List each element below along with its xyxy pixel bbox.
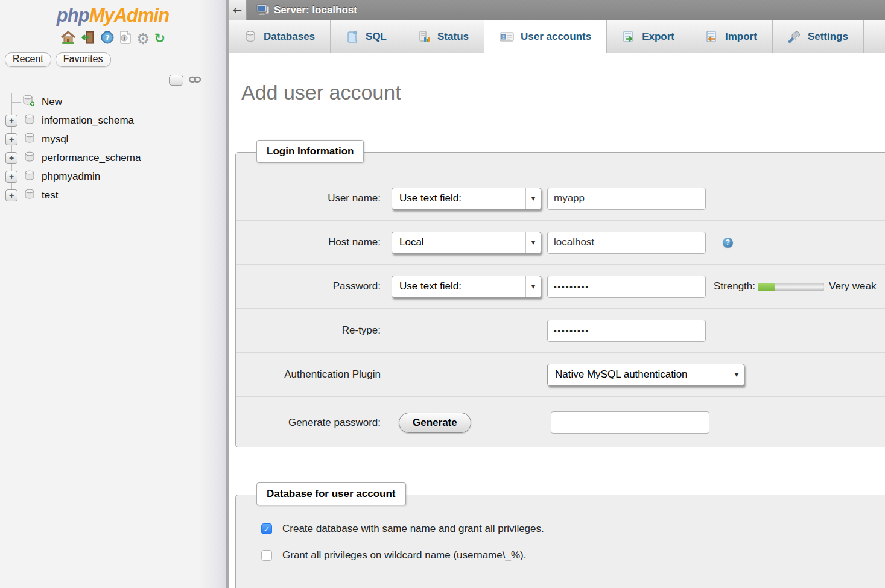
- select-value: Use text field:: [392, 280, 525, 292]
- tab-label: Settings: [808, 31, 848, 43]
- tab-label: Export: [642, 31, 674, 43]
- svg-text:?: ?: [105, 33, 110, 42]
- retype-password-input[interactable]: [547, 320, 706, 342]
- tab-settings[interactable]: Settings: [773, 20, 864, 53]
- retype-row: Re-type:: [236, 309, 885, 353]
- tab-databases[interactable]: Databases: [229, 20, 331, 53]
- tree-item-label[interactable]: performance_schema: [42, 152, 141, 164]
- database-icon: [24, 151, 36, 165]
- database-fieldset-legend: Database for user account: [256, 482, 406, 505]
- sidebar-toolbar: ? i ⚙ ↻: [0, 30, 226, 47]
- logo-php: php: [57, 5, 89, 26]
- username-type-select[interactable]: Use text field: ▼: [392, 188, 541, 210]
- tab-label: Databases: [264, 31, 315, 43]
- tab-export[interactable]: Export: [607, 20, 690, 53]
- import-icon: [705, 30, 718, 43]
- sidebar: phpMyAdmin ? i ⚙ ↻ Recent Favorites −: [0, 0, 226, 588]
- wildcard-grant-label[interactable]: Grant all privileges on wildcard name (u…: [282, 549, 526, 561]
- server-breadcrumb-label: Server: localhost: [274, 4, 357, 16]
- wildcard-grant-row: Grant all privileges on wildcard name (u…: [261, 549, 885, 561]
- select-value: Native MySQL authentication: [548, 368, 729, 381]
- retype-label: Re-type:: [236, 324, 387, 337]
- tab-sql[interactable]: SQL: [331, 20, 402, 53]
- tree-controls: −: [0, 74, 226, 86]
- auth-plugin-select[interactable]: Native MySQL authentication ▼: [547, 364, 744, 386]
- tab-bar: Databases SQL Status User accounts Expor…: [229, 20, 885, 53]
- generate-button[interactable]: Generate: [399, 413, 471, 433]
- settings-icon[interactable]: ⚙: [136, 31, 150, 46]
- collapse-all-button[interactable]: −: [169, 75, 183, 86]
- sidebar-nav-buttons: Recent Favorites: [5, 52, 226, 67]
- create-db-checkbox[interactable]: [261, 523, 272, 534]
- username-label: User name:: [236, 192, 387, 204]
- database-icon: [24, 170, 36, 183]
- sql-icon: [346, 30, 359, 43]
- create-db-row: Create database with same name and grant…: [261, 523, 885, 535]
- export-icon: [622, 30, 635, 43]
- select-value: Local: [392, 236, 525, 248]
- login-fieldset-legend: Login Information: [256, 140, 364, 163]
- tab-import[interactable]: Import: [690, 20, 773, 53]
- docs-icon[interactable]: i: [119, 30, 132, 47]
- phpmyadmin-logo: phpMyAdmin: [0, 5, 226, 27]
- password-input[interactable]: [547, 276, 706, 298]
- wildcard-grant-checkbox[interactable]: [261, 550, 272, 561]
- server-icon: [256, 4, 270, 16]
- chevron-down-icon: ▼: [525, 276, 541, 297]
- expand-plus-icon[interactable]: +: [5, 115, 17, 127]
- tree-item-label[interactable]: information_schema: [42, 115, 134, 127]
- database-icon: [24, 133, 36, 146]
- tree-item-label[interactable]: mysql: [42, 133, 68, 145]
- tab-label: User accounts: [521, 31, 591, 43]
- minus-icon: −: [174, 76, 179, 84]
- tree-item-label[interactable]: phpmyadmin: [42, 171, 100, 183]
- help-icon[interactable]: ?: [100, 30, 115, 47]
- server-breadcrumb[interactable]: Server: localhost: [247, 4, 357, 16]
- username-input[interactable]: [547, 188, 706, 210]
- tab-status[interactable]: Status: [402, 20, 484, 53]
- create-db-label[interactable]: Create database with same name and grant…: [282, 523, 544, 535]
- tree-item-new: New: [0, 92, 226, 111]
- link-panel-icon[interactable]: [189, 75, 201, 86]
- tree-item-information-schema: + information_schema: [0, 111, 226, 130]
- refresh-icon[interactable]: ↻: [154, 32, 165, 45]
- password-strength: Strength: Very weak: [714, 280, 876, 292]
- databases-icon: [244, 30, 257, 43]
- user-accounts-icon: [500, 31, 514, 43]
- expand-plus-icon[interactable]: +: [5, 133, 17, 145]
- hostname-label: Host name:: [236, 236, 387, 248]
- home-icon[interactable]: [60, 30, 76, 47]
- new-database-icon: [22, 95, 36, 109]
- strength-meter-fill: [758, 283, 775, 291]
- login-fieldset: Login Information User name: Use text fi…: [235, 152, 885, 447]
- hostname-help-icon[interactable]: ?: [723, 238, 733, 248]
- back-button[interactable]: ←: [229, 0, 247, 20]
- favorites-button[interactable]: Favorites: [56, 52, 111, 67]
- chevron-down-icon: ▼: [729, 364, 744, 385]
- password-type-select[interactable]: Use text field: ▼: [392, 276, 541, 298]
- strength-label: Strength:: [714, 280, 755, 292]
- chevron-down-icon: ▼: [525, 232, 541, 253]
- tab-label: Status: [437, 31, 469, 43]
- tree-item-label[interactable]: test: [42, 189, 58, 201]
- strength-meter: [758, 283, 824, 291]
- hostname-row: Host name: Local ▼ ?: [236, 221, 885, 265]
- logo-myadmin: MyAdmin: [89, 5, 170, 26]
- expand-plus-icon[interactable]: +: [5, 171, 17, 183]
- server-topbar: ← Server: localhost: [229, 0, 885, 20]
- generate-password-row: Generate password: Generate: [236, 397, 885, 448]
- expand-plus-icon[interactable]: +: [5, 189, 17, 201]
- main-panel: ← Server: localhost Databases SQL Status…: [229, 0, 885, 588]
- logout-icon[interactable]: [80, 30, 96, 47]
- recent-button[interactable]: Recent: [5, 52, 51, 67]
- tree-item-label[interactable]: New: [42, 96, 62, 108]
- expand-plus-icon[interactable]: +: [5, 152, 17, 164]
- page-title: Add user account: [241, 81, 885, 104]
- strength-text: Very weak: [829, 280, 876, 292]
- database-tree: New + information_schema + mysql + perfo…: [0, 92, 226, 204]
- select-value: Use text field:: [392, 192, 525, 204]
- hostname-input[interactable]: [547, 232, 706, 254]
- generated-password-input[interactable]: [551, 411, 709, 434]
- tab-user-accounts[interactable]: User accounts: [484, 20, 607, 53]
- hostname-type-select[interactable]: Local ▼: [392, 232, 541, 254]
